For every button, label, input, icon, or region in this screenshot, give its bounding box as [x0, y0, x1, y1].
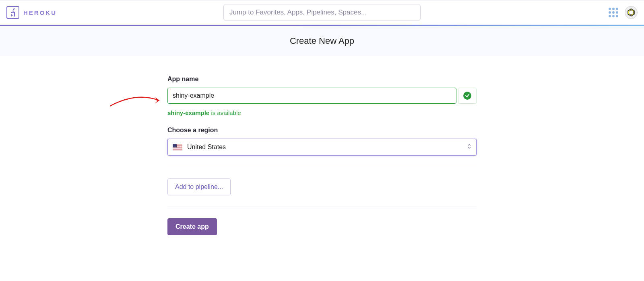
- top-nav: HEROKU: [0, 0, 644, 25]
- availability-name: shiny-example: [167, 109, 209, 116]
- heroku-logo-icon: [6, 6, 19, 19]
- page-title: Create New App: [0, 36, 644, 46]
- create-app-button[interactable]: Create app: [167, 218, 217, 235]
- add-to-pipeline-button[interactable]: Add to pipeline...: [167, 178, 231, 195]
- region-value: United States: [187, 144, 226, 151]
- us-flag-icon: [173, 144, 182, 150]
- availability-indicator: [458, 88, 477, 104]
- region-block: Choose a region United States: [167, 127, 477, 156]
- svg-marker-2: [155, 97, 159, 104]
- availability-message: shiny-example is available: [167, 109, 477, 116]
- create-app-form: App name shiny-example is available Choo…: [164, 76, 480, 235]
- annotation-arrow-icon: [108, 94, 164, 110]
- svg-rect-9: [173, 150, 182, 150]
- brand[interactable]: HEROKU: [6, 6, 57, 19]
- search-wrap: [223, 4, 421, 21]
- app-name-row: [167, 88, 477, 104]
- checkmark-icon: [463, 92, 471, 100]
- divider: [167, 207, 477, 207]
- region-select[interactable]: United States: [167, 139, 477, 156]
- app-name-label: App name: [167, 76, 477, 83]
- app-name-input[interactable]: [167, 88, 456, 104]
- page-header: Create New App: [0, 26, 644, 56]
- availability-text: is available: [209, 109, 241, 116]
- nav-right: [609, 6, 638, 19]
- svg-rect-7: [173, 148, 182, 148]
- search-input[interactable]: [223, 4, 421, 21]
- divider: [167, 167, 477, 167]
- brand-name: HEROKU: [23, 9, 57, 16]
- svg-rect-10: [173, 144, 177, 148]
- sort-caret-icon: [467, 144, 471, 151]
- avatar[interactable]: [625, 6, 638, 19]
- svg-rect-8: [173, 148, 182, 149]
- region-label: Choose a region: [167, 127, 477, 134]
- apps-grid-icon[interactable]: [609, 8, 618, 17]
